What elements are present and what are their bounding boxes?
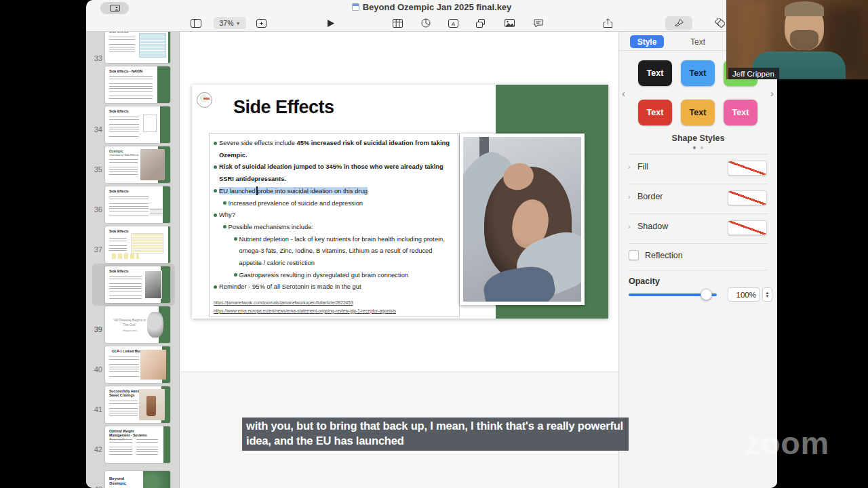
zoom-watermark: zoom: [745, 424, 829, 462]
bullet-item-selected: EU launched probe into suicidal ideation…: [214, 185, 455, 197]
bullet-dot: [223, 201, 226, 205]
border-row-label[interactable]: Border: [637, 192, 663, 201]
slide-thumbnail-36[interactable]: Ozempic Overview of Side Effects: [105, 146, 170, 183]
bullet-dot: [214, 214, 217, 217]
mini-photo: [144, 270, 162, 299]
media-button[interactable]: [503, 17, 515, 29]
tab-style[interactable]: Style: [630, 35, 664, 48]
slide-photo[interactable]: [460, 134, 585, 305]
slide-thumbnail-44[interactable]: Beyond Ozempic: [105, 471, 170, 488]
stepper-down-icon[interactable]: ▼: [766, 295, 770, 298]
slide-number: 42: [86, 445, 102, 453]
opacity-stepper[interactable]: ▲▼: [762, 287, 772, 302]
green-band: [168, 226, 170, 263]
caption-line-2: idea, and the EU has launched: [246, 433, 623, 448]
table-button[interactable]: [391, 17, 403, 29]
text-style-swatch-blue[interactable]: Text: [681, 60, 715, 86]
format-button[interactable]: [665, 16, 692, 30]
format-inspector: Style Text Text Text Text Text Text Text…: [618, 32, 777, 488]
text-button[interactable]: A: [447, 17, 459, 29]
slide-number: 37: [86, 245, 102, 253]
disclosure-chevron-icon[interactable]: ›: [628, 163, 631, 171]
reflection-checkbox[interactable]: [629, 250, 639, 260]
thumb-title: Side Effects: [109, 189, 129, 193]
slide-thumbnail-43[interactable]: Optimal Weight Management - Systems Appr…: [105, 426, 170, 463]
thumb-title: Beyond Ozempic: [109, 476, 132, 486]
bullet-dot: [234, 237, 237, 241]
bullet-dot: [214, 189, 217, 192]
slide-number: 35: [86, 165, 102, 174]
text-lines: [109, 400, 138, 418]
slide-thumbnail-37[interactable]: Side Effects: [105, 186, 170, 223]
slide-text-box[interactable]: Severe side effects include 45% increase…: [209, 133, 460, 317]
text-style-swatch-red[interactable]: Text: [638, 100, 672, 125]
green-band: [163, 426, 170, 463]
shape-button[interactable]: [475, 17, 487, 29]
slide-number: 43: [86, 485, 102, 488]
leaf-image: [143, 471, 170, 488]
link[interactable]: https://www.ema.europa.eu/en/news/ema-st…: [214, 307, 396, 315]
shadow-row-label[interactable]: Shadow: [637, 222, 668, 231]
slide-thumbnail-33[interactable]: Side Effects: [105, 32, 170, 63]
slide-thumbnail-34[interactable]: Side Effects - NAION: [105, 66, 170, 103]
webcam-video[interactable]: Jeff Crippen: [726, 0, 868, 79]
milkshake-glass: [146, 396, 156, 416]
tab-text[interactable]: Text: [681, 35, 715, 48]
comment-button[interactable]: [532, 17, 545, 29]
chevron-down-icon: ▼: [236, 21, 241, 26]
thumb-title: Side Effects: [109, 109, 129, 113]
bullet-dot: [234, 273, 237, 277]
divider: [629, 243, 768, 244]
slide-number: 41: [86, 405, 102, 413]
fill-row-label[interactable]: Fill: [637, 162, 648, 171]
bullet-item: Risk of suicidal ideation jumped to 345%…: [214, 161, 455, 184]
text-style-swatch-pink[interactable]: Text: [724, 100, 757, 125]
bullet-item: Nutrient depletion - lack of key nutrien…: [214, 233, 455, 269]
thumb-title: Side Effects - NAION: [109, 69, 142, 73]
shadow-none-swatch[interactable]: [728, 220, 767, 235]
slide-thumbnail-38[interactable]: Side Effects: [105, 226, 170, 263]
bullet-list: Severe side effects include 45% increase…: [214, 137, 455, 293]
slide-thumbnail-42[interactable]: Successfully Handle Sweet Cravings: [105, 386, 170, 423]
opacity-slider-knob[interactable]: [701, 289, 712, 300]
slide-thumbnail-39[interactable]: Side Effects: [105, 266, 170, 303]
fill-none-swatch[interactable]: [728, 161, 767, 176]
view-sidebar-button[interactable]: [190, 17, 202, 29]
green-band: [160, 106, 170, 143]
link[interactable]: https://jamanetwork.com/journals/jamanet…: [214, 299, 396, 307]
bullet-dot: [223, 225, 226, 228]
text-style-swatch-black[interactable]: Text: [638, 60, 672, 86]
opacity-label: Opacity: [629, 277, 660, 286]
thumb-title: "All Disease Begins in The Gut": [111, 318, 149, 327]
chart-button[interactable]: [420, 17, 432, 29]
bullet-dot: [214, 165, 217, 169]
disclosure-chevron-icon[interactable]: ›: [628, 192, 631, 201]
text-style-swatch-orange[interactable]: Text: [681, 100, 715, 125]
slide-thumbnail-35[interactable]: Side Effects: [105, 106, 170, 143]
bullet-dot: [214, 142, 217, 145]
slide-thumbnail-41[interactable]: GLP-1 Linked Muscle Loss: [105, 346, 170, 383]
mini-box: [143, 115, 157, 132]
border-none-swatch[interactable]: [728, 190, 767, 205]
chevron-right-icon[interactable]: ›: [770, 87, 774, 99]
text-lines: [109, 275, 142, 300]
add-slide-button[interactable]: [255, 17, 267, 29]
play-button[interactable]: [325, 17, 337, 29]
animate-button[interactable]: [713, 17, 725, 29]
divider: [629, 184, 768, 184]
divider: [629, 214, 768, 214]
svg-text:A: A: [451, 20, 455, 26]
slide-title: Side Effects: [233, 97, 334, 118]
slide-number: 34: [86, 125, 102, 134]
disclosure-chevron-icon[interactable]: ›: [628, 222, 631, 230]
mini-photo: [139, 389, 165, 420]
share-button[interactable]: [601, 17, 614, 29]
person-hair: [785, 1, 824, 16]
opacity-value[interactable]: 100%: [728, 287, 760, 302]
chevron-left-icon[interactable]: ‹: [622, 87, 625, 99]
slide-thumbnail-40[interactable]: "All Disease Begins in The Gut" - Hippoc…: [105, 306, 170, 343]
zoom-level-dropdown[interactable]: 37%▼: [214, 17, 246, 29]
person-beard: [790, 30, 818, 50]
text-lines: [109, 36, 135, 56]
current-slide[interactable]: Side Effects Severe side effects include…: [192, 85, 608, 319]
